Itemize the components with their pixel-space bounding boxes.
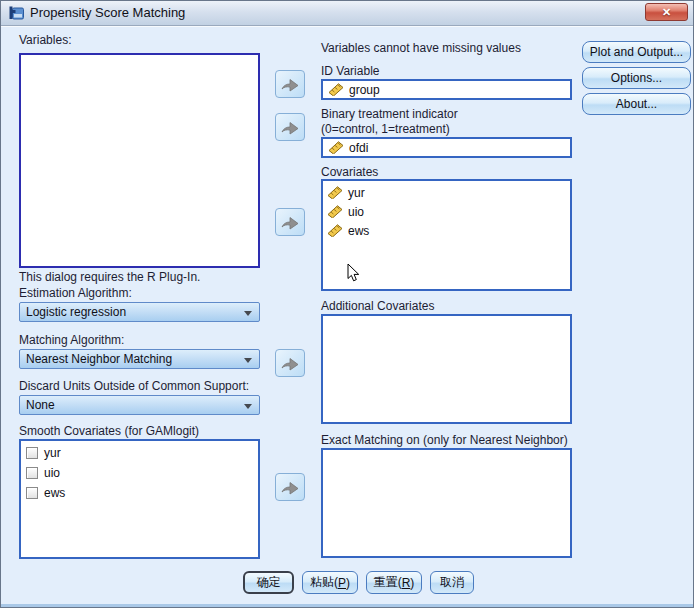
smooth-covariate-label: yur (44, 446, 61, 460)
mouse-cursor (347, 263, 360, 282)
paste-label: 粘贴( (310, 574, 338, 591)
plot-and-output-label: Plot and Output... (590, 45, 683, 59)
right-arrow-icon (280, 77, 300, 92)
scale-measure-icon (327, 186, 343, 199)
variables-label: Variables: (19, 33, 71, 47)
matching-algorithm-value: Nearest Neighbor Matching (26, 352, 172, 366)
smooth-covariate-item[interactable]: ews (21, 483, 258, 503)
discard-units-label: Discard Units Outside of Common Support: (19, 379, 249, 393)
matching-algorithm-label: Matching Algorithm: (19, 333, 124, 347)
move-to-treatment-button[interactable] (275, 113, 305, 141)
close-button[interactable]: ✕ (645, 3, 688, 21)
smooth-covariate-item[interactable]: uio (21, 463, 258, 483)
checkbox-icon[interactable] (26, 447, 38, 459)
id-variable-value: group (349, 83, 380, 97)
about-button[interactable]: About... (582, 93, 691, 115)
smooth-covariate-label: uio (44, 466, 60, 480)
right-arrow-icon (280, 356, 300, 371)
dropdown-arrow-icon (244, 404, 252, 409)
move-to-covariates-button[interactable] (275, 208, 305, 236)
cancel-button[interactable]: 取消 (430, 571, 474, 594)
dropdown-arrow-icon (244, 311, 252, 316)
r-plugin-note: This dialog requires the R Plug-In. (19, 270, 200, 284)
paste-accelerator: P (338, 576, 346, 590)
treatment-indicator-sublabel: (0=control, 1=treatment) (321, 122, 450, 136)
right-arrow-icon (280, 215, 300, 230)
reset-label-suffix: ) (410, 576, 414, 590)
covariates-label: Covariates (321, 165, 378, 179)
move-to-additional-covariates-button[interactable] (275, 349, 305, 377)
move-to-exact-matching-button[interactable] (275, 473, 305, 501)
scale-measure-icon (327, 205, 343, 218)
options-label: Options... (611, 71, 662, 85)
exact-matching-list[interactable] (321, 448, 572, 558)
variables-list[interactable] (19, 53, 260, 268)
covariate-label: uio (348, 205, 364, 219)
ok-button[interactable]: 确定 (243, 571, 294, 594)
covariate-item[interactable]: ews (323, 221, 570, 240)
reset-accelerator: R (402, 576, 411, 590)
covariate-label: ews (348, 224, 369, 238)
reset-label: 重置( (374, 574, 402, 591)
close-icon: ✕ (662, 6, 671, 18)
plot-and-output-button[interactable]: Plot and Output... (582, 41, 691, 63)
covariate-item[interactable]: uio (323, 202, 570, 221)
propensity-score-matching-dialog: Propensity Score Matching ✕ Variables: T… (0, 0, 694, 608)
id-variable-label: ID Variable (321, 64, 379, 78)
discard-units-select[interactable]: None (19, 395, 260, 415)
move-to-id-button[interactable] (275, 70, 305, 98)
covariate-item[interactable]: yur (323, 183, 570, 202)
treatment-indicator-field[interactable]: ofdi (321, 137, 572, 158)
smooth-covariate-item[interactable]: yur (21, 443, 258, 463)
cancel-label: 取消 (440, 574, 464, 591)
estimation-algorithm-label: Estimation Algorithm: (19, 286, 132, 300)
scale-measure-icon (328, 141, 344, 154)
estimation-algorithm-select[interactable]: Logistic regression (19, 302, 260, 322)
smooth-covariate-label: ews (44, 486, 65, 500)
about-label: About... (616, 97, 657, 111)
options-button[interactable]: Options... (582, 67, 691, 89)
dropdown-arrow-icon (244, 358, 252, 363)
reset-button[interactable]: 重置(R) (366, 571, 422, 594)
ok-label: 确定 (257, 574, 281, 591)
missing-values-note: Variables cannot have missing values (321, 41, 521, 55)
right-arrow-icon (280, 120, 300, 135)
checkbox-icon[interactable] (26, 467, 38, 479)
smooth-covariates-label: Smooth Covariates (for GAMlogit) (19, 424, 199, 438)
title-bar[interactable]: Propensity Score Matching ✕ (1, 1, 693, 26)
smooth-covariates-list[interactable]: yur uio ews (19, 439, 260, 559)
exact-matching-label: Exact Matching on (only for Nearest Neig… (321, 433, 568, 447)
additional-covariates-list[interactable] (321, 314, 572, 424)
matching-algorithm-select[interactable]: Nearest Neighbor Matching (19, 349, 260, 369)
checkbox-icon[interactable] (26, 487, 38, 499)
estimation-algorithm-value: Logistic regression (26, 305, 126, 319)
additional-covariates-label: Additional Covariates (321, 299, 434, 313)
discard-units-value: None (26, 398, 55, 412)
treatment-indicator-value: ofdi (349, 141, 368, 155)
scale-measure-icon (328, 83, 344, 96)
paste-label-suffix: ) (346, 576, 350, 590)
scale-measure-icon (327, 224, 343, 237)
window-bottom-edge (1, 604, 693, 607)
spss-dialog-icon (8, 5, 24, 21)
right-arrow-icon (280, 480, 300, 495)
paste-button[interactable]: 粘贴(P) (302, 571, 358, 594)
id-variable-field[interactable]: group (321, 79, 572, 100)
covariate-label: yur (348, 186, 365, 200)
window-title: Propensity Score Matching (30, 5, 185, 20)
treatment-indicator-label: Binary treatment indicator (321, 107, 458, 121)
